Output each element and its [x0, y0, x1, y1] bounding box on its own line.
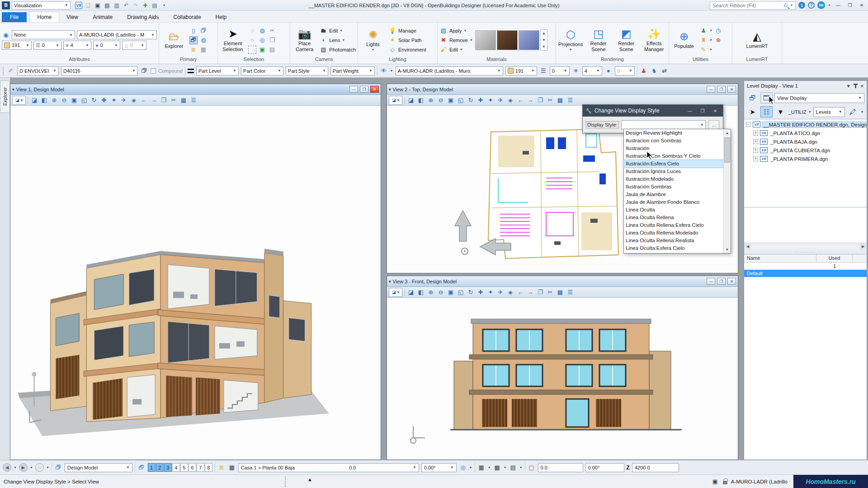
view-tool-icon[interactable]: ← [516, 96, 525, 105]
view-tool-icon[interactable]: ✚ [476, 288, 485, 297]
compound-checkbox[interactable] [151, 68, 156, 74]
part-wand-icon[interactable]: ✐ [7, 67, 15, 75]
style-0-select[interactable]: 0▼ [550, 66, 570, 75]
view-tool-icon[interactable]: ◱ [456, 288, 465, 297]
acs-plane-icon[interactable]: ▢ [528, 464, 536, 472]
view-tool-icon[interactable]: ✂ [546, 96, 555, 105]
view-tool-icon[interactable]: ❐ [536, 288, 545, 297]
scroll-left-icon[interactable]: ◀ [744, 243, 751, 250]
weight-4-select[interactable]: 4▼ [582, 66, 602, 75]
expand-icon[interactable]: + [753, 156, 758, 161]
scroll-right-icon[interactable]: ▶ [859, 243, 867, 250]
view-number-button[interactable]: 5 [180, 463, 188, 472]
view-tool-icon[interactable]: ↻ [90, 96, 99, 105]
print-icon[interactable]: ▤ [151, 2, 158, 9]
clock-reset-icon[interactable]: ⊗ [714, 36, 722, 44]
view-display-mode-select[interactable]: ◪ ▾ [12, 96, 26, 105]
view1-minimize-button[interactable]: — [349, 86, 358, 93]
view-tool-icon[interactable]: ⊖ [60, 96, 69, 105]
view-tool-icon[interactable]: → [149, 96, 158, 105]
material-thumbnail-blue[interactable] [519, 30, 539, 50]
view-number-button[interactable]: 7 [197, 463, 204, 472]
edit-material-label[interactable]: Edit [449, 47, 458, 52]
history-button[interactable]: ◌ [35, 463, 44, 472]
panel-close-icon[interactable]: ✕ [860, 84, 864, 89]
view-tool-icon[interactable]: → [526, 288, 535, 297]
solar-path-label[interactable]: Solar Path [398, 38, 421, 43]
tab[interactable]: Home [29, 12, 59, 22]
view-tool-icon[interactable]: ❐ [159, 96, 168, 105]
pin-icon[interactable] [855, 84, 856, 88]
view-tool-icon[interactable]: ✚ [476, 96, 485, 105]
part-weight-select[interactable]: Part Weight▼ [330, 66, 375, 75]
view-number-button[interactable]: 3 [164, 463, 172, 472]
view-number-button[interactable]: 8 [205, 463, 212, 472]
customize-qat-icon[interactable]: ▾ [160, 2, 168, 9]
view-tool-icon[interactable]: ▣ [446, 96, 455, 105]
environment-label[interactable]: Environment [398, 47, 426, 52]
material-thumbnail-brown[interactable] [497, 30, 518, 50]
accusnap-icon[interactable]: ◎ [459, 464, 467, 472]
back-button[interactable]: ◀ [3, 463, 11, 472]
part-style-select[interactable]: Part Style▼ [286, 66, 328, 75]
view-tool-icon[interactable]: ⊕ [426, 96, 435, 105]
view2-titlebar[interactable]: ▾ View 2 - Top, Design Model — ❐ ✕ [387, 84, 738, 95]
scroll-thumb[interactable] [724, 137, 730, 163]
view-tool-icon[interactable]: → [526, 96, 535, 105]
view-tool-icon[interactable]: ⊖ [436, 288, 445, 297]
view-tool-icon[interactable]: ↻ [466, 288, 475, 297]
tree-item-master[interactable]: − V8 __MASTER EDIFICIO RENDER.dgn, Desig… [744, 120, 867, 129]
display-style-option[interactable]: Linea Oculta Rellena:Modelado [624, 229, 723, 237]
view3-close-button[interactable]: ✕ [727, 278, 736, 285]
save-settings-icon[interactable]: ▤ [104, 2, 111, 9]
models-icon[interactable]: 🗇 [199, 27, 208, 35]
tab[interactable]: Animate [85, 12, 120, 22]
view-tool-icon[interactable]: ▩ [556, 96, 565, 105]
column-header-name[interactable]: Name [744, 254, 816, 262]
photomatch-label[interactable]: Photomatch [329, 47, 356, 52]
tree-view-icon[interactable]: ☷ [760, 106, 773, 117]
floor-selector-icon[interactable]: ≣ [217, 464, 226, 472]
dialog-minimize-button[interactable]: — [685, 107, 695, 115]
utility-wand-icon[interactable]: ✎ [699, 46, 708, 54]
level-manager-icon[interactable]: ≣ [189, 46, 198, 54]
match-attributes-icon[interactable] [188, 69, 194, 73]
view-tool-icon[interactable]: ✈ [119, 96, 128, 105]
display-style-option[interactable]: Ilustración [624, 145, 723, 152]
redo-icon[interactable]: ↷ [132, 2, 139, 9]
view2-close-button[interactable]: ✕ [727, 86, 736, 93]
level-display-header[interactable]: Level Display - View 1 ▼ ✕ [744, 81, 867, 91]
display-style-option[interactable]: Linea Oculta Rellena:Esfera Cielo [624, 221, 723, 229]
expand-icon[interactable]: + [753, 139, 758, 144]
view-tool-icon[interactable]: ← [139, 96, 148, 105]
transparency-0-select[interactable]: 0▼ [615, 66, 635, 75]
locks-icon[interactable]: ▤ [509, 464, 517, 472]
fence-circle-icon[interactable]: ◌ [248, 27, 256, 35]
dialog-close-button[interactable]: ✕ [710, 107, 720, 115]
line-weight-select[interactable]: ≡4▼ [63, 41, 91, 50]
gallery-down-icon[interactable]: ▼ [541, 37, 547, 43]
view3-minimize-button[interactable]: — [707, 278, 715, 285]
model-select[interactable]: Design Model▼ [65, 463, 132, 472]
workflow-selector[interactable]: Visualization▼ [12, 1, 71, 9]
display-style-option[interactable]: Jaula de Alambre:Fondo Blanco [624, 198, 723, 206]
view-tool-icon[interactable]: ◧ [416, 96, 425, 105]
combo-chevron-icon[interactable]: ▼ [698, 123, 705, 127]
paste-icon[interactable]: ▤ [268, 46, 276, 54]
attach-user-icon[interactable]: ♞ [650, 67, 658, 75]
panel-splitter[interactable]: ········· [744, 250, 867, 254]
view-tool-icon[interactable]: ⊕ [50, 96, 59, 105]
search-input[interactable] [712, 3, 782, 8]
gallery-more-icon[interactable]: ▼ [541, 43, 547, 50]
notification-bell-icon[interactable]: 1 [798, 2, 805, 9]
apply-to-open-views-button[interactable]: 🗗 [746, 92, 759, 103]
template-select[interactable]: A-MURO-LADR (Ladrillos - Muro:▼ [396, 66, 503, 75]
display-style-option[interactable]: Linea Oculta Rellena [624, 214, 723, 221]
apply-material-label[interactable]: Apply [449, 28, 462, 33]
dialog-maximize-button[interactable]: ❐ [698, 107, 708, 115]
paste-special-icon[interactable]: ▣ [258, 46, 266, 54]
transparency-select[interactable]: ●0▼ [93, 41, 120, 50]
attach-tools-icon[interactable]: ▯ [189, 27, 198, 35]
line-style-select[interactable]: ☰0▼ [33, 41, 61, 50]
filter-value[interactable]: _UTILIZ [788, 109, 807, 115]
